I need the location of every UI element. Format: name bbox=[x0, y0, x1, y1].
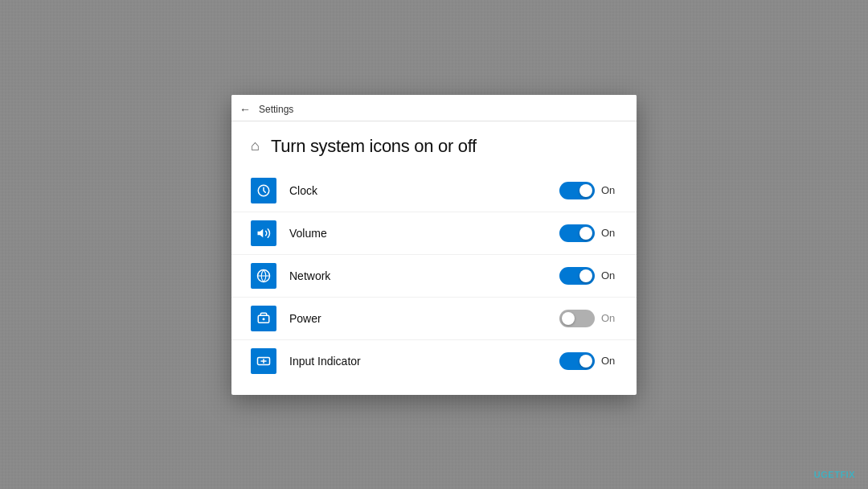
input-indicator-toggle-container: On bbox=[559, 352, 617, 370]
window-title: Settings bbox=[259, 104, 293, 115]
power-state-label: On bbox=[601, 312, 617, 324]
network-label: Network bbox=[289, 269, 559, 282]
volume-label: Volume bbox=[289, 227, 559, 240]
clock-icon-box bbox=[251, 178, 276, 203]
input-indicator-icon-box bbox=[251, 348, 276, 374]
power-toggle-knob bbox=[562, 312, 575, 325]
volume-toggle-container: On bbox=[559, 224, 617, 242]
network-toggle[interactable] bbox=[559, 267, 595, 285]
input-indicator-toggle[interactable] bbox=[559, 352, 595, 370]
clock-toggle-container: On bbox=[559, 182, 617, 199]
volume-icon-box bbox=[251, 220, 276, 246]
power-icon-box bbox=[251, 306, 276, 331]
input-indicator-label: Input Indicator bbox=[289, 355, 559, 368]
power-toggle-container: On bbox=[559, 310, 617, 327]
settings-item-power: PowerOn bbox=[231, 298, 637, 340]
network-state-label: On bbox=[601, 269, 617, 281]
clock-toggle[interactable] bbox=[559, 182, 595, 199]
power-toggle[interactable] bbox=[559, 310, 595, 327]
volume-toggle[interactable] bbox=[559, 224, 595, 242]
volume-toggle-knob bbox=[579, 227, 592, 240]
settings-item-network: NetworkOn bbox=[231, 255, 637, 298]
title-bar: ← Settings bbox=[231, 95, 637, 121]
network-toggle-knob bbox=[579, 269, 592, 282]
back-button[interactable]: ← bbox=[240, 103, 251, 116]
input-indicator-state-label: On bbox=[601, 355, 617, 367]
page-title: Turn system icons on or off bbox=[271, 136, 477, 157]
volume-state-label: On bbox=[601, 227, 617, 239]
network-toggle-container: On bbox=[559, 267, 617, 285]
network-icon-box bbox=[251, 263, 276, 289]
settings-list: ClockOn VolumeOn NetworkOn PowerOn Input… bbox=[231, 170, 637, 395]
input-indicator-toggle-knob bbox=[579, 355, 592, 368]
settings-window: ← Settings ⌂ Turn system icons on or off… bbox=[231, 95, 637, 395]
settings-item-clock: ClockOn bbox=[231, 170, 637, 212]
clock-state-label: On bbox=[601, 184, 617, 196]
clock-toggle-knob bbox=[579, 184, 592, 197]
settings-item-volume: VolumeOn bbox=[231, 212, 637, 255]
svg-point-3 bbox=[263, 318, 265, 320]
home-icon[interactable]: ⌂ bbox=[251, 138, 260, 154]
clock-label: Clock bbox=[289, 184, 559, 197]
page-header: ⌂ Turn system icons on or off bbox=[231, 121, 637, 170]
power-label: Power bbox=[289, 312, 559, 325]
settings-item-input-indicator: Input IndicatorOn bbox=[231, 340, 637, 382]
watermark: UGETFIX bbox=[814, 470, 855, 479]
